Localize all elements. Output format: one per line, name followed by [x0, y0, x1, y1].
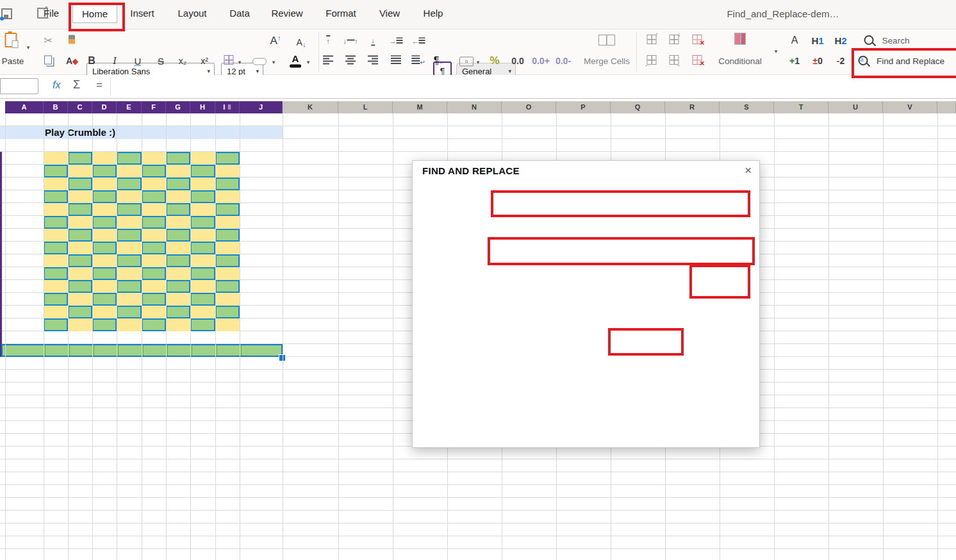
sheet-cell[interactable]	[142, 190, 166, 203]
sheet-cell[interactable]	[68, 280, 92, 293]
equals-icon[interactable]: =	[96, 79, 103, 92]
sheet-cell[interactable]	[166, 177, 190, 190]
conditional-label[interactable]: Conditional	[718, 56, 762, 66]
menu-item-data[interactable]: Data	[229, 8, 250, 19]
sheet-cell[interactable]	[215, 165, 240, 177]
column-header-O[interactable]: O	[502, 101, 556, 113]
paste-icon[interactable]	[5, 33, 17, 49]
background-color-dropdown-arrow[interactable]: ▾	[272, 59, 276, 65]
sheet-cell[interactable]	[166, 280, 190, 293]
sheet-cell[interactable]	[92, 190, 117, 203]
sheet-cell[interactable]	[92, 242, 117, 254]
sheet-cell[interactable]	[215, 254, 240, 267]
sheet-cell[interactable]	[68, 152, 92, 165]
column-header-L[interactable]: L	[338, 101, 393, 113]
function-wizard-icon[interactable]: fx	[53, 79, 60, 91]
font-name-dropdown-arrow[interactable]: ▾	[207, 68, 210, 74]
menu-item-help[interactable]: Help	[424, 8, 443, 19]
conditional-formatting-icon[interactable]	[734, 33, 746, 47]
sheet-cell[interactable]	[166, 242, 190, 254]
sheet-cell[interactable]	[166, 254, 190, 267]
number-format-dropdown-arrow[interactable]: ▾	[508, 68, 511, 74]
cut-icon[interactable]: ✂	[44, 34, 53, 47]
currency-format-icon[interactable]: ¤	[459, 56, 474, 67]
sheet-cell[interactable]	[92, 318, 117, 331]
column-header-J[interactable]: J	[240, 101, 283, 113]
sheet-cell[interactable]	[215, 242, 240, 254]
column-header-S[interactable]: S	[720, 101, 774, 113]
sheet-cell[interactable]	[68, 318, 92, 331]
decrease-indent-icon[interactable]: ←	[412, 36, 425, 45]
sheet-cell[interactable]	[44, 318, 68, 331]
sheet-cell[interactable]	[117, 165, 142, 177]
sheet-cell[interactable]	[166, 216, 190, 229]
merge-cells-label[interactable]: Merge Cells	[584, 56, 630, 66]
align-right-icon[interactable]	[368, 56, 378, 67]
align-left-icon[interactable]	[323, 56, 333, 67]
sheet-cell[interactable]	[92, 229, 117, 242]
save-icon[interactable]	[1, 8, 12, 19]
sheet-cell[interactable]	[166, 229, 190, 242]
sheet-cell[interactable]	[190, 306, 215, 318]
sheet-cell[interactable]	[92, 280, 117, 293]
sheet-cell[interactable]	[117, 293, 142, 306]
sheet-cell[interactable]	[44, 152, 68, 165]
sheet-cell[interactable]	[215, 177, 240, 190]
strikethrough-button[interactable]: S	[158, 56, 164, 67]
sheet-cell[interactable]	[68, 267, 92, 280]
style-neutral-button[interactable]: ±0	[812, 56, 822, 66]
find-and-replace-icon[interactable]: a	[859, 56, 868, 66]
sheet-cell[interactable]	[142, 203, 166, 216]
sheet-cell[interactable]	[68, 177, 92, 190]
sheet-cell[interactable]	[166, 293, 190, 306]
column-header-T[interactable]: T	[774, 101, 828, 113]
sheet-cell[interactable]	[117, 177, 142, 190]
sheet-cell[interactable]	[166, 267, 190, 280]
sheet-cell[interactable]	[44, 177, 68, 190]
clear-formatting-icon[interactable]: A	[66, 56, 78, 66]
sheet-cell[interactable]	[68, 203, 92, 216]
style-heading2-button[interactable]: H2	[834, 35, 846, 46]
underline-button[interactable]: U	[135, 56, 142, 67]
percent-format-button[interactable]: %	[490, 54, 499, 67]
sheet-cell[interactable]	[215, 280, 240, 293]
menu-item-file[interactable]: File	[44, 8, 59, 19]
menu-item-layout[interactable]: Layout	[177, 8, 206, 19]
number-format-button[interactable]: 0.0	[511, 56, 523, 66]
column-header-G[interactable]: G	[166, 101, 190, 113]
sheet-cell[interactable]	[117, 203, 142, 216]
column-header-Q[interactable]: Q	[611, 101, 665, 113]
menu-item-insert[interactable]: Insert	[130, 8, 154, 19]
column-header-V[interactable]: V	[883, 101, 937, 113]
sheet-cell[interactable]	[117, 242, 142, 254]
sheet-cell[interactable]	[190, 267, 215, 280]
align-center-icon[interactable]	[345, 56, 356, 67]
sheet-cell[interactable]	[215, 190, 240, 203]
shrink-font-icon[interactable]: A↓	[297, 37, 306, 48]
dialog-close-icon[interactable]: ×	[745, 163, 752, 177]
grow-font-icon[interactable]: A↑	[270, 34, 281, 47]
column-header-U[interactable]: U	[828, 101, 883, 113]
sheet-cell[interactable]	[190, 216, 215, 229]
align-bottom-icon[interactable]: ↓	[371, 35, 375, 46]
font-size-dropdown-arrow[interactable]: ▾	[256, 68, 259, 74]
sheet-cell[interactable]	[190, 165, 215, 177]
sheet-cell[interactable]	[92, 254, 117, 267]
column-header-P[interactable]: P	[556, 101, 611, 113]
style-good-button[interactable]: +1	[789, 56, 800, 66]
sheet-cell[interactable]	[166, 306, 190, 318]
sheet-cell[interactable]	[190, 242, 215, 254]
sheet-cell[interactable]	[68, 216, 92, 229]
column-header-D[interactable]: D	[92, 101, 117, 113]
sheet-cell[interactable]	[142, 280, 166, 293]
menu-item-review[interactable]: Review	[271, 8, 302, 19]
sheet-cell[interactable]	[117, 152, 142, 165]
wrap-text-icon[interactable]: ↵	[411, 56, 425, 67]
menu-item-home[interactable]: Home	[72, 4, 117, 23]
sheet-cell[interactable]	[166, 203, 190, 216]
delete-column-icon[interactable]: ×	[693, 55, 702, 67]
sheet-cell[interactable]	[44, 229, 68, 242]
sheet-cell[interactable]	[92, 216, 117, 229]
search-icon[interactable]	[864, 35, 874, 45]
sheet-cell[interactable]	[44, 165, 68, 177]
